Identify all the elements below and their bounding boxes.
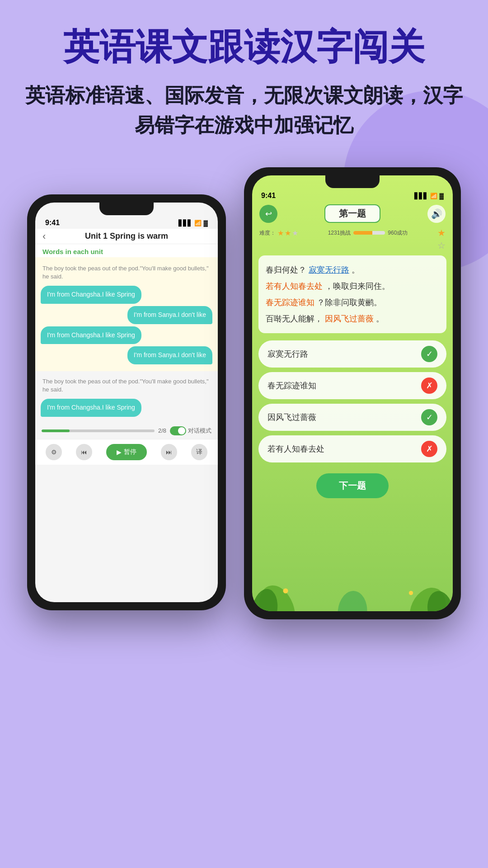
star-2: ★ xyxy=(285,229,291,237)
status-bar-left: 9:41 ▋▋▋ 📶 ▓ xyxy=(35,215,218,229)
difficulty-label: 难度： xyxy=(259,229,276,237)
signal-icon-right: ▋▋▋ xyxy=(414,193,428,199)
right-phone: 9:41 ▋▋▋ 📶 ▓ ↩ 第一题 🔊 难度： xyxy=(244,167,461,619)
progress-track xyxy=(42,429,155,432)
quiz-fav-row: ☆ xyxy=(252,240,453,253)
dialog-mode-label: 对话模式 xyxy=(188,427,211,435)
status-time-left: 9:41 xyxy=(45,219,60,227)
answer-options: 寂寞无行路 ✓ 春无踪迹谁知 ✗ 因风飞过蔷薇 ✓ 若有人知春去处 ✗ xyxy=(252,336,453,467)
notch-right xyxy=(325,175,380,188)
bubble-1: I'm from Changsha.I like Spring xyxy=(41,286,141,304)
main-title: 英语课文跟读汉字闯关 xyxy=(23,27,465,67)
phones-container: 9:41 ▋▋▋ 📶 ▓ ‹ Unit 1 Spring is warm Wor… xyxy=(23,167,465,619)
settings-button[interactable]: ⚙ xyxy=(46,444,62,460)
status-time-right: 9:41 xyxy=(261,192,276,200)
bubble-row-1: I'm from Changsha.I like Spring xyxy=(41,286,212,304)
battle-count: 1231挑战 xyxy=(328,229,351,237)
right-phone-screen: 9:41 ▋▋▋ 📶 ▓ ↩ 第一题 🔊 难度： xyxy=(252,175,453,611)
bubble-row-4: I'm from Sanya.I don't like xyxy=(41,346,212,364)
poem-3-post: ？除非问取黄鹂。 xyxy=(317,298,382,307)
chat-area[interactable]: The boy took the peas out of the pod."Yo… xyxy=(35,257,218,371)
poem-4-highlight: 因风飞过蔷薇 xyxy=(325,314,374,323)
toggle-switch[interactable] xyxy=(170,426,186,435)
answer-icon-1: ✓ xyxy=(421,346,437,362)
words-unit-label: Words in each unit xyxy=(35,244,218,257)
svg-point-6 xyxy=(409,591,413,595)
status-icons-left: ▋▋▋ 📶 ▓ xyxy=(178,220,208,226)
favorite-button[interactable]: ★ xyxy=(437,227,446,238)
prev-button[interactable]: ⏮ xyxy=(76,444,92,460)
next-button[interactable]: 下一题 xyxy=(316,473,389,498)
battery-icon-right: ▓ xyxy=(440,193,444,199)
battery-icon: ▓ xyxy=(204,220,208,226)
back-button[interactable]: ‹ xyxy=(42,231,46,242)
battle-info: 1231挑战 960成功 xyxy=(328,229,408,237)
stars-row: ★ ★ ★ xyxy=(277,229,298,237)
poem-3-highlight: 春无踪迹谁知 xyxy=(266,298,314,307)
bubble-row-3: I'm from Changsha.I like Spring xyxy=(41,326,212,344)
answer-text-3: 因风飞过蔷薇 xyxy=(267,412,316,423)
dialog-toggle[interactable]: 对话模式 xyxy=(170,426,211,435)
progress-fill xyxy=(42,429,70,432)
bubble-row-5: I'm from Changsha.I like Spring xyxy=(41,399,212,417)
quiz-stats: 难度： ★ ★ ★ 1231挑战 960成功 ★ xyxy=(252,226,453,240)
star-empty-button[interactable]: ☆ xyxy=(437,240,446,251)
plant-decoration xyxy=(252,571,453,611)
poem-1-pre: 春归何处？ xyxy=(266,265,306,274)
answer-icon-3: ✓ xyxy=(421,409,437,425)
svg-point-5 xyxy=(283,588,288,593)
poem-4-post: 。 xyxy=(376,314,384,323)
next-button[interactable]: ⏭ xyxy=(161,444,177,460)
answer-option-1[interactable]: 寂寞无行路 ✓ xyxy=(258,340,446,368)
system-text-2: The boy took the peas out of the pod."Yo… xyxy=(41,375,212,396)
success-count: 960成功 xyxy=(388,229,408,237)
svg-point-4 xyxy=(336,590,369,611)
poem-2-highlight: 若有人知春去处 xyxy=(266,282,323,291)
bubble-5: I'm from Changsha.I like Spring xyxy=(41,399,141,417)
star-3: ★ xyxy=(292,229,298,237)
poem-line-2: 若有人知春去处 ，唤取归来同住。 xyxy=(266,278,439,294)
answer-option-3[interactable]: 因风飞过蔷薇 ✓ xyxy=(258,404,446,431)
left-phone-screen: 9:41 ▋▋▋ 📶 ▓ ‹ Unit 1 Spring is warm Wor… xyxy=(35,203,218,602)
answer-text-1: 寂寞无行路 xyxy=(267,349,308,359)
answer-option-2[interactable]: 春无踪迹谁知 ✗ xyxy=(258,372,446,399)
translate-button[interactable]: 译 xyxy=(191,444,207,460)
answer-text-2: 春无踪迹谁知 xyxy=(267,380,316,391)
notch-left xyxy=(99,203,154,215)
poem-line-4: 百啭无人能解， 因风飞过蔷薇 。 xyxy=(266,311,439,327)
quiz-sound-button[interactable]: 🔊 xyxy=(427,205,446,223)
signal-icon: ▋▋▋ xyxy=(178,220,192,226)
answer-text-4: 若有人知春去处 xyxy=(267,443,324,454)
wifi-icon: 📶 xyxy=(194,220,202,226)
status-bar-right: 9:41 ▋▋▋ 📶 ▓ xyxy=(252,188,453,202)
poem-2-post: ，唤取归来同住。 xyxy=(325,282,390,291)
progress-count: 2/8 xyxy=(158,427,166,434)
quiz-header: ↩ 第一题 🔊 xyxy=(252,202,453,226)
battle-fill xyxy=(353,231,372,235)
answer-icon-4: ✗ xyxy=(421,441,437,457)
sub-title: 英语标准语速、国际发音，无限次课文朗读，汉字易错字在游戏中加强记忆 xyxy=(23,80,465,140)
status-icons-right: ▋▋▋ 📶 ▓ xyxy=(414,193,444,199)
poem-line-1: 春归何处？ 寂寞无行路 。 xyxy=(266,262,439,278)
nav-title: Unit 1 Spring is warm xyxy=(85,231,168,241)
nav-bar: ‹ Unit 1 Spring is warm xyxy=(35,229,218,244)
quiz-content-box: 春归何处？ 寂寞无行路 。 若有人知春去处 ，唤取归来同住。 春无踪迹谁知 ？除… xyxy=(258,255,446,333)
answer-icon-2: ✗ xyxy=(421,377,437,394)
poem-line-3: 春无踪迹谁知 ？除非问取黄鹂。 xyxy=(266,294,439,311)
quiz-title: 第一题 xyxy=(324,204,380,223)
quiz-back-button[interactable]: ↩ xyxy=(259,205,277,223)
poem-1-highlight: 寂寞无行路 xyxy=(309,265,349,274)
wifi-icon-right: 📶 xyxy=(430,193,437,199)
bubble-3: I'm from Changsha.I like Spring xyxy=(41,326,141,344)
pause-icon: ▶ xyxy=(117,448,122,456)
battle-bar xyxy=(353,231,385,235)
pause-label: 暂停 xyxy=(124,448,136,456)
left-phone: 9:41 ▋▋▋ 📶 ▓ ‹ Unit 1 Spring is warm Wor… xyxy=(27,194,226,610)
progress-area: 2/8 对话模式 xyxy=(35,423,218,439)
pause-button[interactable]: ▶ 暂停 xyxy=(106,444,147,460)
poem-1-post: 。 xyxy=(352,265,360,274)
bubble-4: I'm from Sanya.I don't like xyxy=(127,346,212,364)
answer-option-4[interactable]: 若有人知春去处 ✗ xyxy=(258,435,446,462)
system-text-1: The boy took the peas out of the pod."Yo… xyxy=(41,262,212,283)
poem-4-pre: 百啭无人能解， xyxy=(266,314,323,323)
